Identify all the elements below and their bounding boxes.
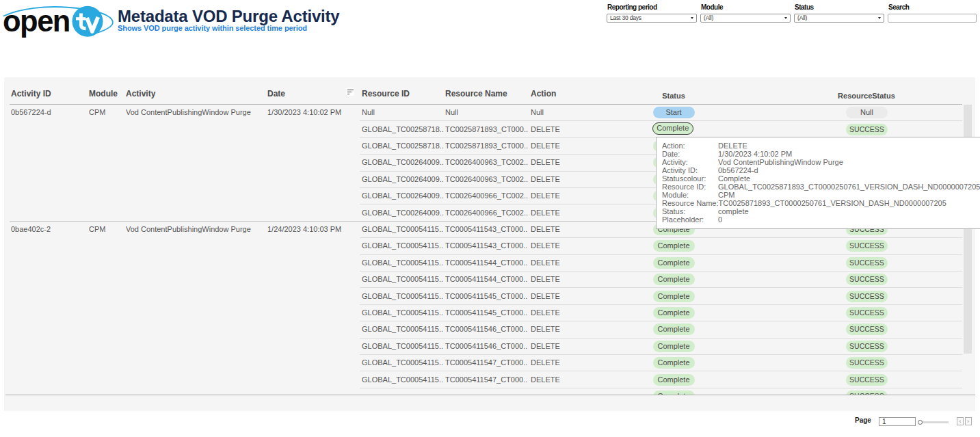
svg-text:open: open — [3, 5, 70, 38]
